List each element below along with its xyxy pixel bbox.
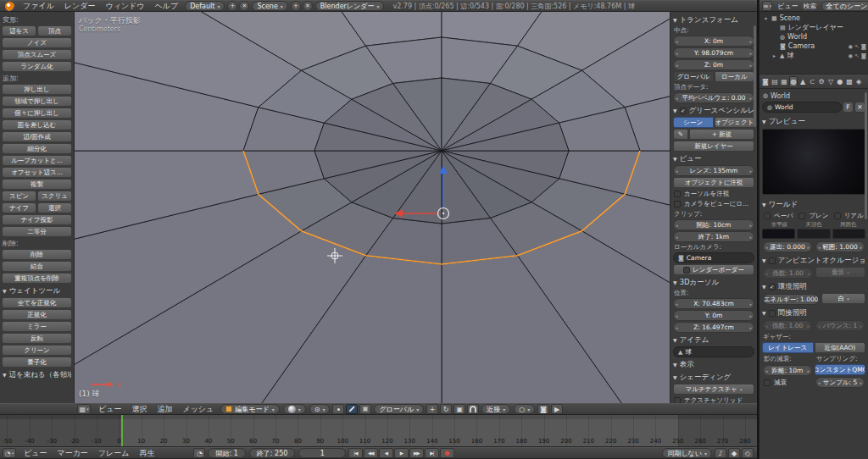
prev-keyframe-button[interactable]: ◀◀: [364, 448, 378, 458]
lock-to-object-button[interactable]: オブジェクトに注視: [673, 177, 754, 188]
local-camera-field[interactable]: ◙Camera: [673, 252, 754, 263]
tool-button[interactable]: 複製: [2, 179, 72, 190]
attenuation-distance-field[interactable]: 距離: 10m: [763, 365, 812, 376]
real-sky-checkbox[interactable]: [834, 213, 841, 219]
tool-button[interactable]: ナイフ: [2, 202, 36, 213]
item-name-field[interactable]: ▲球: [673, 346, 754, 357]
outliner-item[interactable]: ◙Camera◉↖◙: [761, 41, 866, 51]
face-select-button[interactable]: [359, 404, 371, 414]
close-scene-button[interactable]: ✕: [303, 1, 313, 11]
falloff-checkbox[interactable]: [764, 379, 771, 386]
cursor-x-field[interactable]: X: 70.483cm: [673, 298, 754, 309]
snap-magnet-button[interactable]: [467, 404, 479, 414]
lock-to-cursor-checkbox[interactable]: [674, 191, 681, 197]
render-border-checkbox[interactable]: [683, 267, 690, 274]
tool-button[interactable]: 全てを正規化: [2, 297, 72, 308]
paper-sky-checkbox[interactable]: [764, 213, 771, 219]
shading-mode-dropdown[interactable]: マルチテクスチャ▾: [673, 384, 754, 395]
median-z-field[interactable]: Z: 0m: [673, 59, 754, 70]
bevel-weight-field[interactable]: 平均ベベルウェ: 0.00: [673, 92, 754, 103]
menu-file[interactable]: ファイル: [18, 1, 59, 12]
current-frame-line[interactable]: [121, 415, 123, 446]
outliner-item[interactable]: ▾▦Scene: [761, 14, 866, 23]
selectability-icon[interactable]: ↖: [854, 43, 859, 50]
indirect-lighting-checkbox[interactable]: [769, 310, 776, 317]
properties-tab-constraints-icon[interactable]: ⊂: [808, 76, 816, 87]
gp-scene-tab[interactable]: シーン: [673, 117, 714, 128]
frame-end-field[interactable]: 終了: 250: [249, 448, 296, 458]
outliner-menu-search[interactable]: 検索: [801, 2, 820, 11]
tool-button[interactable]: 面を差し込む: [2, 119, 72, 130]
tool-button[interactable]: 反転: [2, 333, 72, 344]
outliner-display-dropdown[interactable]: 全てのシーン▾: [821, 1, 868, 11]
tool-button[interactable]: 辺をス: [2, 25, 36, 36]
delete-keyframe-button[interactable]: ◇: [742, 448, 754, 458]
view-panel-header[interactable]: ビュー: [680, 154, 702, 164]
tool-button[interactable]: 削除: [2, 249, 72, 260]
outliner-item[interactable]: ▤レンダーレイヤー: [761, 23, 866, 32]
n-panel-scrollbar[interactable]: [754, 25, 756, 127]
timeline-menu-frame[interactable]: フレーム: [93, 448, 135, 459]
grease-pencil-panel-header[interactable]: グリースペンシルレイ...: [689, 106, 754, 116]
tool-button[interactable]: 領域で押し出し: [2, 96, 72, 107]
outliner-menu-view[interactable]: ビュー: [775, 2, 800, 11]
properties-tab-physics-icon[interactable]: ◈: [854, 76, 863, 87]
expand-arrow-icon[interactable]: ▾: [763, 15, 769, 21]
tool-button[interactable]: ナイフ投影: [2, 214, 72, 225]
orientation-dropdown[interactable]: グローバル▾: [374, 404, 424, 414]
menu-select[interactable]: 選択: [126, 404, 152, 415]
transform-global-button[interactable]: グローバル: [673, 71, 714, 82]
close-layout-button[interactable]: ✕: [239, 1, 249, 11]
jump-to-start-button[interactable]: |◀: [348, 448, 363, 458]
visibility-eye-icon[interactable]: ◉: [849, 53, 854, 59]
properties-tab-world-icon[interactable]: ◍: [789, 76, 798, 87]
zenith-color-swatch[interactable]: [797, 229, 830, 239]
sample-method-dropdown[interactable]: コンスタントQMC: [815, 364, 865, 375]
properties-tab-scene-icon[interactable]: ▦: [780, 76, 788, 87]
menu-window[interactable]: ウィンドウ: [100, 1, 149, 12]
cursor-z-field[interactable]: Z: 16.497cm: [673, 322, 754, 333]
tool-button[interactable]: ノイズ: [2, 37, 72, 48]
visibility-eye-icon[interactable]: ◉: [849, 43, 854, 50]
tool-button[interactable]: ミラー: [2, 321, 72, 332]
item-panel-header[interactable]: アイテム: [680, 335, 709, 346]
edge-select-button[interactable]: [346, 404, 358, 414]
record-button[interactable]: ●: [440, 448, 454, 458]
play-button[interactable]: ▶: [394, 448, 409, 458]
median-y-field[interactable]: Y: 98.079cm: [673, 47, 754, 58]
cursor-panel-header[interactable]: 3Dカーソル: [680, 278, 720, 288]
indirect-factor-field[interactable]: 係数: 1.00: [763, 320, 812, 331]
tool-button[interactable]: クリーン: [2, 345, 72, 356]
transform-panel-header[interactable]: トランスフォーム: [680, 15, 738, 25]
horizon-color-swatch[interactable]: [762, 229, 795, 239]
render-restrict-icon[interactable]: ◙: [861, 53, 866, 59]
gather-approx-tab[interactable]: 近似(AAO): [815, 342, 866, 353]
audio-mute-button[interactable]: ♪: [715, 448, 726, 458]
manipulator-rotate-button[interactable]: ↻: [440, 404, 452, 414]
render-engine-dropdown[interactable]: Blenderレンダー▾: [315, 1, 385, 11]
tool-button[interactable]: 結合: [2, 261, 72, 272]
tool-button[interactable]: 頂点: [37, 25, 72, 36]
tool-button[interactable]: 個々に押し出し: [2, 108, 72, 119]
preview-panel-header[interactable]: プレビュー: [769, 117, 805, 127]
tool-button[interactable]: 押し出し: [2, 84, 72, 95]
grease-pencil-checkbox[interactable]: ✓: [680, 108, 687, 114]
tool-button[interactable]: 量子化: [2, 357, 72, 368]
tool-button[interactable]: オフセット辺ス...: [2, 167, 72, 178]
timeline-menu-view[interactable]: ビュー: [19, 448, 52, 459]
tool-button[interactable]: 頂点スムーズ: [2, 49, 72, 60]
properties-tab-modifiers-icon[interactable]: ⚙: [817, 76, 826, 87]
indirect-bounces-field[interactable]: バウンス: 1: [815, 320, 865, 331]
properties-tab-material-icon[interactable]: ●: [836, 76, 844, 87]
menu-render[interactable]: レンダー: [59, 1, 101, 12]
gp-draw-icon-button[interactable]: ✎: [673, 129, 688, 140]
render-restrict-icon[interactable]: ◙: [861, 43, 866, 50]
blend-sky-checkbox[interactable]: [798, 213, 805, 219]
menu-view[interactable]: ビュー: [93, 404, 126, 415]
tool-button[interactable]: スクリュ: [37, 191, 72, 202]
tool-button[interactable]: 重複頂点を削除: [2, 273, 72, 284]
lock-camera-checkbox[interactable]: [674, 201, 681, 207]
panel-header[interactable]: ウェイトツール: [9, 286, 61, 296]
mode-dropdown[interactable]: 編集モード▾: [220, 404, 279, 414]
timeline-menu-marker[interactable]: マーカー: [52, 448, 92, 459]
